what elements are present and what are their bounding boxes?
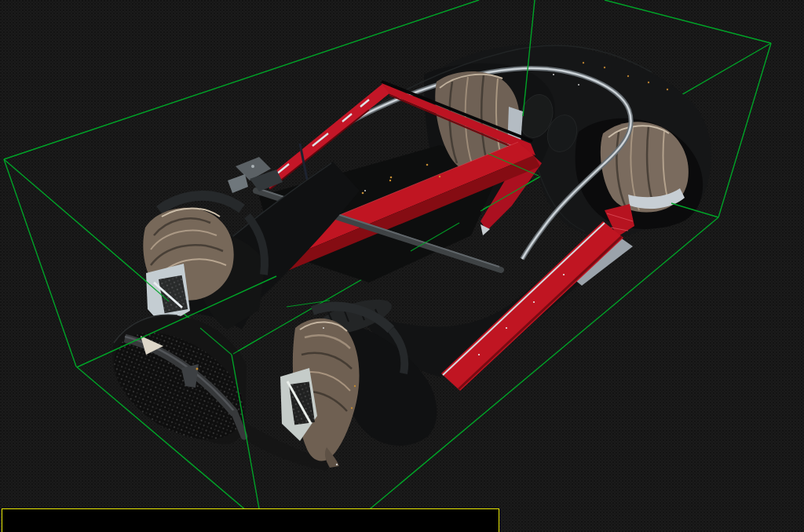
status-bar: Camera: pos -2.91 3.46 -0.27, dir 0.58 -… <box>2 508 499 532</box>
render-viewport[interactable] <box>0 0 804 532</box>
car-model <box>95 45 711 471</box>
front-bumper <box>95 311 263 461</box>
viewer-window: Camera: pos -2.91 3.46 -0.27, dir 0.58 -… <box>0 0 804 532</box>
